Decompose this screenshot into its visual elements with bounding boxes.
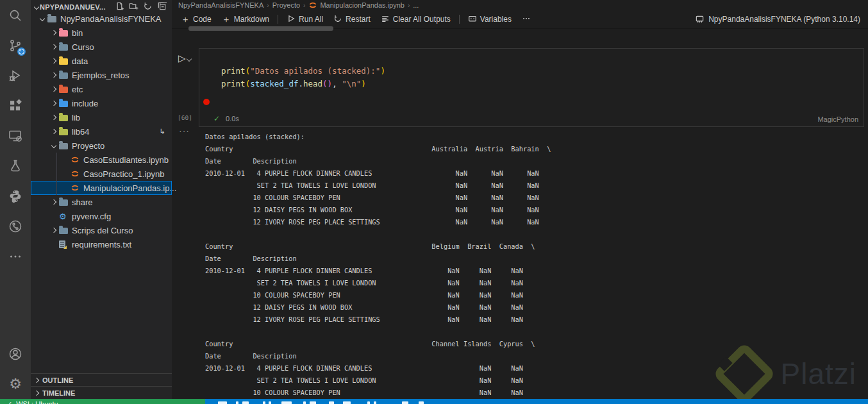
gitlens-icon[interactable] bbox=[0, 211, 31, 241]
tree-item-proyecto[interactable]: Proyecto bbox=[31, 139, 172, 153]
explorer-section-header[interactable]: NPYPANDANUEV... bbox=[31, 0, 172, 13]
tree-indent-guide bbox=[56, 153, 57, 195]
tree-item-scrips-del-curso[interactable]: Scrips del Curso bbox=[31, 223, 172, 237]
status-bar-item-glyph bbox=[303, 401, 306, 404]
clear-all-icon bbox=[381, 14, 390, 25]
activity-bar: ⚙ bbox=[0, 0, 31, 399]
notebook-editor: NpyPandaAnalisisFYNEKA›Proyecto›Manipula… bbox=[172, 0, 868, 399]
status-bar-items[interactable] bbox=[205, 399, 868, 404]
tree-item-manipulacionpandas-ip-[interactable]: ManipulacionPandas.ip... bbox=[31, 181, 172, 195]
folder-icon bbox=[59, 114, 72, 121]
tree-item-casopractico-1-ipynb[interactable]: CasoPractico_1.ipynb bbox=[31, 167, 172, 181]
tree-item-casoestudiantes-ipynb[interactable]: CasoEstudiantes.ipynb bbox=[31, 153, 172, 167]
language-mode-indicator[interactable]: MagicPython bbox=[817, 115, 858, 123]
output-collapse-icon[interactable]: ··· bbox=[179, 126, 190, 136]
settings-icon[interactable]: ⚙ bbox=[0, 369, 31, 399]
remote-explorer-icon[interactable] bbox=[0, 121, 31, 151]
tree-item-requirements-txt[interactable]: requirements.txt bbox=[31, 237, 172, 251]
tree-item-lib[interactable]: lib bbox=[31, 110, 172, 124]
outline-panel-label: OUTLINE bbox=[42, 376, 73, 384]
add-icon: ＋ bbox=[181, 15, 190, 24]
tree-item-share[interactable]: share bbox=[31, 195, 172, 209]
folder-icon bbox=[47, 15, 60, 22]
tree-item-label: lib64 bbox=[72, 127, 89, 137]
tree-item-label: Proyecto bbox=[72, 141, 104, 151]
chevron-right-icon bbox=[49, 130, 59, 133]
clear-all-outputs-button[interactable]: Clear All Outputs bbox=[376, 12, 456, 27]
cell-code-editor[interactable]: print("Datos apilados (stacked):") print… bbox=[221, 65, 385, 90]
variables-button[interactable]: Variables bbox=[463, 12, 517, 27]
kernel-picker[interactable]: NpyPandaAnalisisFYNEKA (Python 3.10.14) bbox=[695, 15, 868, 24]
tree-item-label: Ejemplos_retos bbox=[72, 71, 129, 80]
outline-panel-header[interactable]: OUTLINE bbox=[31, 373, 172, 387]
breadcrumb-item[interactable]: NpyPandaAnalisisFYNEKA bbox=[178, 1, 263, 9]
markdown-button[interactable]: ＋Markdown bbox=[217, 13, 274, 26]
extensions-icon[interactable] bbox=[0, 90, 31, 121]
tree-item-curso[interactable]: Curso bbox=[31, 40, 172, 54]
gear-icon: ⚙ bbox=[59, 212, 72, 221]
status-bar-item-glyph bbox=[374, 401, 376, 404]
testing-icon[interactable] bbox=[0, 151, 31, 181]
more-views-icon[interactable] bbox=[0, 241, 31, 271]
status-bar-item-glyph bbox=[419, 401, 424, 404]
chevron-right-icon bbox=[49, 200, 59, 204]
chevron-right-icon bbox=[34, 391, 39, 396]
breadcrumb-item[interactable]: Proyecto bbox=[272, 1, 300, 9]
folder-icon bbox=[59, 43, 72, 51]
chevron-right-icon bbox=[49, 101, 59, 105]
breakpoint-dot[interactable] bbox=[203, 99, 210, 105]
tree-item-data[interactable]: data bbox=[31, 54, 172, 68]
tree-item-include[interactable]: include bbox=[31, 96, 172, 110]
chevron-right-icon bbox=[49, 31, 59, 35]
remote-indicator[interactable]: ✓ WSL: Ubuntu bbox=[0, 399, 205, 404]
toolbar-button-label: Variables bbox=[480, 15, 512, 24]
breadcrumb-item[interactable]: ... bbox=[413, 1, 419, 9]
execution-time: 0.0s bbox=[226, 115, 239, 122]
folder-icon bbox=[59, 142, 72, 149]
search-icon[interactable] bbox=[0, 0, 31, 30]
text-file-icon bbox=[59, 240, 72, 248]
kernel-label: NpyPandaAnalisisFYNEKA (Python 3.10.14) bbox=[708, 15, 860, 24]
tree-item-bin[interactable]: bin bbox=[31, 26, 172, 40]
variables-icon bbox=[468, 14, 477, 25]
restart-button[interactable]: Restart bbox=[328, 12, 376, 27]
tree-item-lib64[interactable]: lib64↳ bbox=[31, 124, 172, 139]
run-and-debug-icon[interactable] bbox=[0, 60, 31, 90]
folder-icon bbox=[59, 226, 72, 234]
status-bar-item-glyph bbox=[269, 401, 271, 404]
code-button[interactable]: ＋Code bbox=[176, 13, 217, 26]
tree-item-label: share bbox=[72, 198, 93, 207]
tree-item-etc[interactable]: etc bbox=[31, 82, 172, 96]
account-icon[interactable] bbox=[0, 339, 31, 369]
check-icon: ✓ bbox=[6, 400, 12, 404]
more-actions-button[interactable] bbox=[517, 12, 536, 27]
tree-item-label: etc bbox=[72, 85, 83, 94]
toolbar-button-label: Code bbox=[193, 15, 212, 24]
cell-execution-status: ✓ 0.0s bbox=[213, 114, 239, 123]
tree-item-pyvenv-cfg[interactable]: ⚙pyvenv.cfg bbox=[31, 209, 172, 223]
tree-item-label: CasoPractico_1.ipynb bbox=[83, 169, 164, 179]
chevron-right-icon bbox=[49, 45, 59, 49]
add-icon: ＋ bbox=[222, 15, 231, 24]
timeline-panel-header[interactable]: TIMELINE bbox=[31, 386, 172, 400]
source-control-icon[interactable] bbox=[0, 30, 31, 60]
tree-item-ejemplos-retos[interactable]: Ejemplos_retos bbox=[31, 68, 172, 82]
run-all-button[interactable]: Run All bbox=[281, 12, 328, 27]
code-cell[interactable]: print("Datos apilados (stacked):") print… bbox=[199, 48, 864, 127]
success-check-icon: ✓ bbox=[213, 114, 220, 123]
python-icon[interactable] bbox=[0, 181, 31, 211]
horizontal-scrollbar-thumb[interactable] bbox=[188, 26, 333, 31]
breadcrumb-item[interactable]: ManipulacionPandas.ipynb bbox=[308, 1, 404, 10]
chevron-down-icon bbox=[49, 144, 59, 147]
chevron-down-icon bbox=[34, 4, 39, 10]
run-cell-button[interactable]: ▷ bbox=[178, 53, 191, 63]
status-bar-item-glyph bbox=[343, 401, 351, 404]
status-bar-item-glyph bbox=[367, 401, 370, 404]
status-bar-item-glyph bbox=[310, 401, 316, 404]
file-tree: NpyPandaAnalisisFYNEKAbinCursodataEjempl… bbox=[31, 12, 172, 251]
tree-item-label: pyvenv.cfg bbox=[72, 212, 111, 221]
tree-item-label: Scrips del Curso bbox=[72, 226, 133, 235]
tree-item-npypandaanalisisfyneka[interactable]: NpyPandaAnalisisFYNEKA bbox=[31, 12, 172, 26]
jupyter-notebook-icon bbox=[71, 169, 83, 178]
explorer-sidebar: NPYPANDANUEV... NpyPandaAnalisisFYNEKAbi… bbox=[31, 0, 172, 399]
